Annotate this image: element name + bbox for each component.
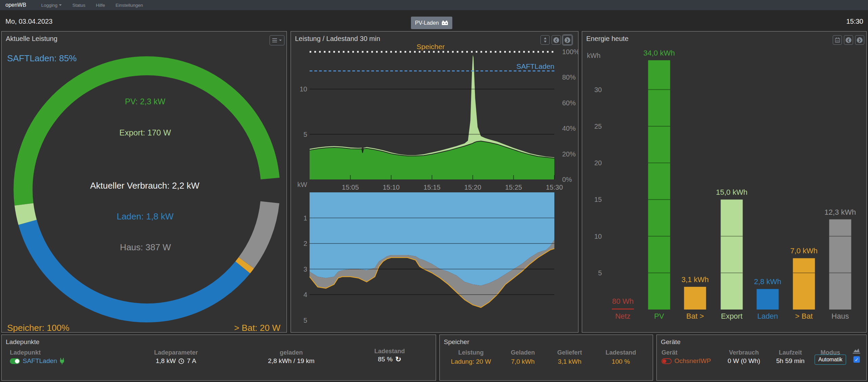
donut-segment-export	[24, 205, 28, 222]
consumption-label: Aktueller Verbrauch: 2,2 kW	[90, 181, 199, 191]
col-ladestand-st: Ladestand	[606, 349, 636, 356]
svg-text:10: 10	[594, 233, 602, 240]
bar-> Bat	[793, 258, 815, 310]
svg-text:2,8 kWh: 2,8 kWh	[754, 277, 782, 286]
svg-text:4: 4	[303, 291, 307, 298]
bar-Bat >	[684, 287, 706, 310]
svg-text:3: 3	[303, 266, 307, 273]
charge-power-value: 1,8 kW	[156, 357, 176, 365]
device-mode-button[interactable]: Automatik	[814, 355, 846, 365]
svg-text:15:20: 15:20	[464, 184, 481, 191]
charge-power-label: Laden: 1,8 kW	[117, 211, 174, 222]
svg-text:Export: Export	[721, 312, 743, 320]
svg-text:12,3 kWh: 12,3 kWh	[825, 208, 856, 216]
svg-text:5: 5	[598, 269, 602, 277]
bar-Export	[721, 199, 743, 310]
svg-text:7,0 kWh: 7,0 kWh	[790, 247, 818, 255]
svg-text:Speicher: Speicher	[417, 43, 445, 50]
vehicle-soc-label: SAFTLaden: 85%	[7, 53, 77, 64]
top-navbar: openWB LoggingStatusHilfeEinstellungen	[0, 0, 868, 10]
svg-text:15:30: 15:30	[546, 184, 563, 191]
house-power-label: Haus: 387 W	[120, 242, 171, 253]
svg-text:15:05: 15:05	[342, 184, 359, 191]
export-power-label: Export: 170 W	[119, 128, 171, 137]
device-consumption-value: 0 W (0 Wh)	[728, 357, 760, 365]
svg-text:Bat >: Bat >	[686, 312, 704, 320]
storage-delivered-value: 3,1 kWh	[558, 358, 581, 365]
col-ladeparameter: Ladeparameter	[154, 349, 198, 356]
device-checkbox[interactable]: ✓	[853, 356, 860, 363]
pv-power-label: PV: 2,3 kW	[125, 97, 165, 106]
charge-mode-badge[interactable]: PV-Laden	[411, 17, 452, 29]
svg-text:5: 5	[303, 131, 307, 138]
svg-text:34,0 kWh: 34,0 kWh	[644, 49, 675, 57]
nav-item-hilfe[interactable]: Hilfe	[96, 3, 105, 8]
device-toggle-off-icon[interactable]	[662, 358, 672, 364]
svg-text:15: 15	[594, 196, 602, 203]
chargepoint-row[interactable]: SAFTLaden	[10, 357, 64, 365]
brand-logo[interactable]: openWB	[5, 2, 26, 8]
device-name[interactable]: OchsnerIWP	[674, 357, 711, 365]
chargepoint-toggle-on-icon[interactable]	[10, 358, 20, 364]
refresh-icon[interactable]: ↻	[395, 355, 401, 363]
chevron-down-icon	[59, 4, 62, 6]
donut-segment-to-bat	[243, 263, 246, 268]
svg-text:25: 25	[594, 123, 602, 130]
svg-text:PV: PV	[654, 312, 664, 320]
col-geladen: geladen	[280, 349, 303, 356]
storage-panel: Speicher Leistung Geladen Geliefert Lade…	[439, 335, 653, 381]
svg-text:15:15: 15:15	[423, 184, 440, 191]
charge-params: 1,8 kW 7 A	[156, 357, 196, 365]
donut-segment-laden	[27, 222, 243, 313]
bar-Haus	[829, 219, 851, 310]
col-ladepunkt: Ladepunkt	[10, 349, 41, 356]
storage-power-value: Ladung: 20 W	[451, 358, 491, 365]
donut-segment-haus	[246, 202, 270, 263]
clock-icon	[178, 358, 184, 364]
svg-text:15:25: 15:25	[505, 184, 522, 191]
devices-title: Geräte	[661, 338, 680, 346]
daily-energy-bar-chart: kWh5101520253080 WhNetz34,0 kWhPV3,1 kWh…	[582, 31, 866, 332]
nav-item-logging[interactable]: Logging	[41, 3, 62, 8]
nav-item-einstellungen[interactable]: Einstellungen	[116, 3, 143, 8]
nav-item-status[interactable]: Status	[72, 3, 85, 8]
svg-text:Laden: Laden	[757, 312, 778, 320]
charge-mode-label: PV-Laden	[415, 20, 439, 26]
navbar-menu: LoggingStatusHilfeEinstellungen	[41, 3, 143, 8]
svg-text:kWh: kWh	[587, 52, 600, 59]
svg-text:30: 30	[594, 86, 602, 93]
svg-text:20%: 20%	[562, 150, 576, 158]
svg-text:60%: 60%	[562, 99, 576, 107]
status-bar: Mo, 03.04.2023 PV-Laden 15:30	[0, 10, 868, 30]
current-power-panel: Aktuelle Leistung SAFTLaden: 85% PV: 2,3…	[1, 31, 287, 333]
svg-text:Haus: Haus	[831, 312, 849, 320]
chargepoint-name[interactable]: SAFTLaden	[23, 357, 57, 365]
svg-text:3,1 kWh: 3,1 kWh	[682, 275, 709, 284]
svg-text:20: 20	[594, 159, 602, 167]
col-geliefert: Geliefert	[557, 349, 582, 356]
storage-soc-value: 100 %	[612, 358, 630, 365]
devices-panel: Geräte Gerät Verbrauch Laufzeit Modus Oc…	[656, 335, 867, 381]
daily-energy-panel: Energie heute ❮ ❯ kWh5101520253080 WhNet…	[582, 31, 867, 333]
svg-text:10: 10	[300, 85, 307, 93]
svg-text:kW: kW	[297, 181, 307, 188]
soc-value: 85 %	[378, 356, 393, 363]
svg-text:> Bat: > Bat	[795, 312, 813, 320]
car-battery-icon	[441, 20, 448, 25]
power-soc-area-chart: SpeicherSAFTLaden105kW12345100%80%60%40%…	[291, 31, 578, 332]
power-soc-chart-panel: Leistung / Ladestand 30 min ❮ ❯ Speicher…	[291, 31, 578, 333]
chargepoints-title: Ladepunkte	[6, 338, 39, 346]
svg-text:5: 5	[303, 317, 307, 324]
col-leistung: Leistung	[458, 349, 484, 356]
bar-PV	[648, 60, 670, 310]
svg-text:80%: 80%	[562, 73, 576, 81]
clock-label: 15:30	[846, 18, 863, 25]
col-geladen-st: Geladen	[511, 349, 535, 356]
device-row[interactable]: OchsnerIWP	[662, 357, 711, 365]
svg-text:1: 1	[303, 214, 307, 222]
chart-icon[interactable]	[853, 348, 860, 354]
storage-soc-label: Speicher: 100%	[7, 323, 70, 333]
soc-cell: 85 % ↻	[378, 355, 401, 363]
chargepoints-panel: Ladepunkte Ladepunkt Ladeparameter gelad…	[1, 335, 436, 381]
storage-charged-value: 7,0 kWh	[511, 358, 535, 365]
